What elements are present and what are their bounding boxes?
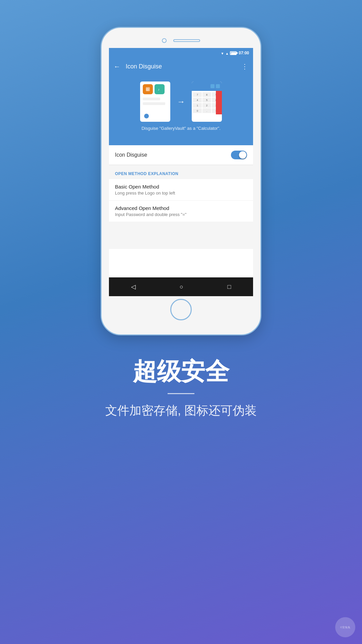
hero-banner: D ♪ →	[109, 75, 253, 145]
bottom-text-section: 超级安全 文件加密存储, 图标还可伪装	[78, 356, 284, 419]
speaker	[173, 39, 200, 42]
basic-method-desc: Long press the Logo on top left	[115, 191, 247, 196]
home-button[interactable]	[170, 299, 192, 320]
phone-frame: 07:00 ← Icon Disguise ⋮ D ♪	[101, 27, 261, 335]
wifi-icon	[221, 50, 224, 56]
svg-text:D: D	[146, 88, 149, 91]
hero-graphic: D ♪ →	[140, 82, 222, 122]
main-heading: 超级安全	[133, 356, 229, 388]
toggle-knob	[239, 151, 246, 159]
app-bar: ← Icon Disguise ⋮	[109, 58, 253, 75]
toggle-label: Icon Disguise	[115, 152, 147, 158]
calc-accent	[216, 91, 222, 114]
back-button[interactable]: ←	[114, 63, 120, 70]
svg-text:♪: ♪	[158, 88, 160, 91]
nav-bar: ◁ ○ □	[109, 277, 253, 296]
toggle-switch[interactable]	[231, 151, 247, 159]
heading-divider	[168, 393, 194, 394]
phone-bottom	[102, 296, 260, 323]
watermark: ©安兔兔	[335, 617, 355, 637]
phone-top	[102, 28, 260, 48]
settings-content: Icon Disguise OPEN METHOD EXPLANATION Ba…	[109, 145, 253, 277]
open-method-section-header: OPEN METHOD EXPLANATION	[109, 165, 253, 179]
empty-area	[109, 222, 253, 249]
advanced-method-desc: Input Password and double press "="	[115, 212, 247, 217]
app-bar-title: Icon Disguise	[126, 63, 236, 70]
app-icon-teal: ♪	[155, 84, 165, 94]
status-bar: 07:00	[109, 48, 253, 58]
arrow-icon: →	[177, 97, 185, 106]
battery-icon	[230, 51, 237, 55]
menu-button[interactable]: ⋮	[241, 62, 248, 70]
hero-caption: Disguise "GalleryVault" as a "Calculator…	[141, 126, 221, 131]
source-app-card: D ♪	[140, 82, 170, 122]
camera-dot	[162, 38, 167, 43]
nav-home-button[interactable]: ○	[180, 283, 183, 290]
phone-screen: 07:00 ← Icon Disguise ⋮ D ♪	[109, 48, 253, 296]
app-dot	[144, 114, 149, 118]
section-header-text: OPEN METHOD EXPLANATION	[115, 171, 178, 176]
advanced-open-method-item[interactable]: Advanced Open Method Input Password and …	[109, 201, 253, 222]
sub-heading: 文件加密存储, 图标还可伪装	[105, 402, 257, 419]
app-icon-orange: D	[143, 84, 153, 94]
basic-method-title: Basic Open Method	[115, 184, 247, 190]
advanced-method-title: Advanced Open Method	[115, 205, 247, 211]
nav-back-button[interactable]: ◁	[131, 283, 136, 290]
signal-icon	[225, 50, 229, 56]
icon-disguise-toggle-row[interactable]: Icon Disguise	[109, 145, 253, 165]
status-icons	[221, 50, 237, 56]
basic-open-method-item[interactable]: Basic Open Method Long press the Logo on…	[109, 179, 253, 201]
nav-recents-button[interactable]: □	[227, 283, 231, 290]
status-time: 07:00	[239, 51, 249, 55]
calculator-card: 789 456 123 0.=	[192, 82, 222, 122]
